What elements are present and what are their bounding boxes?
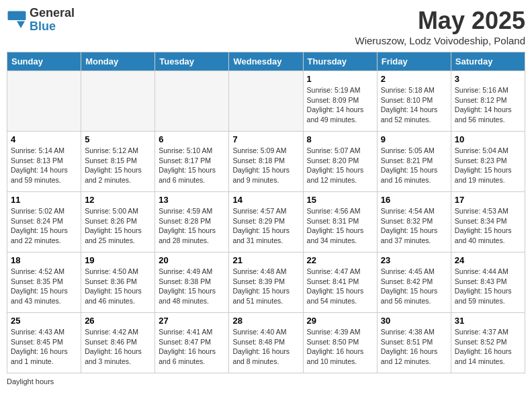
day-info: Sunrise: 5:02 AM Sunset: 8:24 PM Dayligh… bbox=[11, 206, 77, 246]
day-number: 11 bbox=[11, 195, 77, 205]
day-info: Sunrise: 5:04 AM Sunset: 8:23 PM Dayligh… bbox=[455, 146, 521, 185]
day-info: Sunrise: 5:12 AM Sunset: 8:15 PM Dayligh… bbox=[85, 146, 151, 185]
svg-marker-1 bbox=[17, 21, 25, 28]
day-info: Sunrise: 4:47 AM Sunset: 8:41 PM Dayligh… bbox=[307, 267, 373, 306]
calendar-cell: 26Sunrise: 4:42 AM Sunset: 8:46 PM Dayli… bbox=[81, 313, 155, 373]
day-info: Sunrise: 4:49 AM Sunset: 8:38 PM Dayligh… bbox=[159, 267, 225, 306]
day-info: Sunrise: 4:42 AM Sunset: 8:46 PM Dayligh… bbox=[85, 327, 151, 367]
header-day-sunday: Sunday bbox=[7, 52, 81, 71]
logo: General Blue bbox=[7, 7, 75, 34]
calendar-cell: 28Sunrise: 4:40 AM Sunset: 8:48 PM Dayli… bbox=[229, 313, 303, 373]
week-row-1: 1Sunrise: 5:19 AM Sunset: 8:09 PM Daylig… bbox=[7, 71, 525, 132]
day-info: Sunrise: 4:50 AM Sunset: 8:36 PM Dayligh… bbox=[85, 267, 151, 306]
calendar-cell: 19Sunrise: 4:50 AM Sunset: 8:36 PM Dayli… bbox=[81, 253, 155, 313]
calendar-cell: 14Sunrise: 4:57 AM Sunset: 8:29 PM Dayli… bbox=[229, 192, 303, 253]
day-info: Sunrise: 5:00 AM Sunset: 8:26 PM Dayligh… bbox=[85, 206, 151, 246]
logo-general-text: General bbox=[30, 7, 75, 20]
day-info: Sunrise: 4:37 AM Sunset: 8:52 PM Dayligh… bbox=[455, 327, 521, 367]
calendar-cell: 4Sunrise: 5:14 AM Sunset: 8:13 PM Daylig… bbox=[7, 132, 81, 192]
calendar-cell: 16Sunrise: 4:54 AM Sunset: 8:32 PM Dayli… bbox=[377, 192, 451, 253]
calendar: SundayMondayTuesdayWednesdayThursdayFrid… bbox=[7, 52, 525, 373]
main-title: May 2025 bbox=[355, 7, 525, 35]
calendar-cell: 3Sunrise: 5:16 AM Sunset: 8:12 PM Daylig… bbox=[451, 71, 525, 132]
calendar-cell: 9Sunrise: 5:05 AM Sunset: 8:21 PM Daylig… bbox=[377, 132, 451, 192]
day-info: Sunrise: 4:48 AM Sunset: 8:39 PM Dayligh… bbox=[232, 267, 299, 306]
calendar-cell: 29Sunrise: 4:39 AM Sunset: 8:50 PM Dayli… bbox=[303, 313, 377, 373]
day-info: Sunrise: 4:45 AM Sunset: 8:42 PM Dayligh… bbox=[381, 267, 447, 306]
day-info: Sunrise: 5:07 AM Sunset: 8:20 PM Dayligh… bbox=[307, 146, 373, 185]
footer: Daylight hours bbox=[7, 377, 525, 385]
svg-rect-0 bbox=[8, 11, 26, 20]
calendar-body: 1Sunrise: 5:19 AM Sunset: 8:09 PM Daylig… bbox=[7, 71, 525, 373]
calendar-cell: 23Sunrise: 4:45 AM Sunset: 8:42 PM Dayli… bbox=[377, 253, 451, 313]
logo-blue-text: Blue bbox=[30, 20, 75, 34]
week-row-4: 18Sunrise: 4:52 AM Sunset: 8:35 PM Dayli… bbox=[7, 253, 525, 313]
day-info: Sunrise: 4:57 AM Sunset: 8:29 PM Dayligh… bbox=[232, 206, 299, 246]
calendar-cell: 12Sunrise: 5:00 AM Sunset: 8:26 PM Dayli… bbox=[81, 192, 155, 253]
day-info: Sunrise: 5:10 AM Sunset: 8:17 PM Dayligh… bbox=[159, 146, 225, 185]
day-number: 3 bbox=[455, 74, 521, 84]
day-number: 13 bbox=[159, 195, 225, 205]
day-number: 10 bbox=[455, 134, 521, 144]
calendar-cell: 25Sunrise: 4:43 AM Sunset: 8:45 PM Dayli… bbox=[7, 313, 81, 373]
calendar-cell: 8Sunrise: 5:07 AM Sunset: 8:20 PM Daylig… bbox=[303, 132, 377, 192]
day-number: 1 bbox=[307, 74, 373, 84]
day-number: 19 bbox=[85, 255, 151, 265]
day-number: 30 bbox=[381, 316, 447, 326]
subtitle: Wieruszow, Lodz Voivodeship, Poland bbox=[355, 35, 525, 46]
day-number: 24 bbox=[455, 255, 521, 265]
day-number: 6 bbox=[159, 134, 225, 144]
day-number: 9 bbox=[381, 134, 447, 144]
day-info: Sunrise: 5:18 AM Sunset: 8:10 PM Dayligh… bbox=[381, 85, 447, 125]
calendar-cell: 6Sunrise: 5:10 AM Sunset: 8:17 PM Daylig… bbox=[155, 132, 229, 192]
calendar-cell: 20Sunrise: 4:49 AM Sunset: 8:38 PM Dayli… bbox=[155, 253, 229, 313]
week-row-2: 4Sunrise: 5:14 AM Sunset: 8:13 PM Daylig… bbox=[7, 132, 525, 192]
day-info: Sunrise: 5:14 AM Sunset: 8:13 PM Dayligh… bbox=[11, 146, 77, 185]
calendar-cell: 11Sunrise: 5:02 AM Sunset: 8:24 PM Dayli… bbox=[7, 192, 81, 253]
calendar-cell: 5Sunrise: 5:12 AM Sunset: 8:15 PM Daylig… bbox=[81, 132, 155, 192]
day-number: 14 bbox=[232, 195, 299, 205]
calendar-cell bbox=[155, 71, 229, 132]
title-area: May 2025 Wieruszow, Lodz Voivodeship, Po… bbox=[355, 7, 525, 46]
day-info: Sunrise: 4:59 AM Sunset: 8:28 PM Dayligh… bbox=[159, 206, 225, 246]
day-number: 27 bbox=[159, 316, 225, 326]
day-number: 5 bbox=[85, 134, 151, 144]
header-day-friday: Friday bbox=[377, 52, 451, 71]
day-number: 8 bbox=[307, 134, 373, 144]
day-number: 4 bbox=[11, 134, 77, 144]
day-info: Sunrise: 5:19 AM Sunset: 8:09 PM Dayligh… bbox=[307, 85, 373, 125]
calendar-cell: 22Sunrise: 4:47 AM Sunset: 8:41 PM Dayli… bbox=[303, 253, 377, 313]
calendar-cell bbox=[81, 71, 155, 132]
day-number: 22 bbox=[307, 255, 373, 265]
day-number: 7 bbox=[232, 134, 299, 144]
day-info: Sunrise: 5:09 AM Sunset: 8:18 PM Dayligh… bbox=[232, 146, 299, 185]
day-number: 15 bbox=[307, 195, 373, 205]
calendar-cell: 21Sunrise: 4:48 AM Sunset: 8:39 PM Dayli… bbox=[229, 253, 303, 313]
calendar-cell bbox=[229, 71, 303, 132]
daylight-label: Daylight hours bbox=[7, 377, 54, 385]
header-day-thursday: Thursday bbox=[303, 52, 377, 71]
header-day-monday: Monday bbox=[81, 52, 155, 71]
logo-icon bbox=[7, 10, 27, 30]
day-number: 26 bbox=[85, 316, 151, 326]
day-info: Sunrise: 4:43 AM Sunset: 8:45 PM Dayligh… bbox=[11, 327, 77, 367]
day-number: 2 bbox=[381, 74, 447, 84]
calendar-cell bbox=[7, 71, 81, 132]
header-row: SundayMondayTuesdayWednesdayThursdayFrid… bbox=[7, 52, 525, 71]
header: General Blue May 2025 Wieruszow, Lodz Vo… bbox=[7, 7, 525, 46]
calendar-cell: 27Sunrise: 4:41 AM Sunset: 8:47 PM Dayli… bbox=[155, 313, 229, 373]
calendar-cell: 13Sunrise: 4:59 AM Sunset: 8:28 PM Dayli… bbox=[155, 192, 229, 253]
day-number: 31 bbox=[455, 316, 521, 326]
calendar-cell: 31Sunrise: 4:37 AM Sunset: 8:52 PM Dayli… bbox=[451, 313, 525, 373]
day-number: 17 bbox=[455, 195, 521, 205]
header-day-wednesday: Wednesday bbox=[229, 52, 303, 71]
day-number: 25 bbox=[11, 316, 77, 326]
day-number: 18 bbox=[11, 255, 77, 265]
day-number: 28 bbox=[232, 316, 299, 326]
calendar-cell: 24Sunrise: 4:44 AM Sunset: 8:43 PM Dayli… bbox=[451, 253, 525, 313]
week-row-3: 11Sunrise: 5:02 AM Sunset: 8:24 PM Dayli… bbox=[7, 192, 525, 253]
day-info: Sunrise: 5:05 AM Sunset: 8:21 PM Dayligh… bbox=[381, 146, 447, 185]
header-day-tuesday: Tuesday bbox=[155, 52, 229, 71]
day-info: Sunrise: 4:56 AM Sunset: 8:31 PM Dayligh… bbox=[307, 206, 373, 246]
day-info: Sunrise: 4:54 AM Sunset: 8:32 PM Dayligh… bbox=[381, 206, 447, 246]
